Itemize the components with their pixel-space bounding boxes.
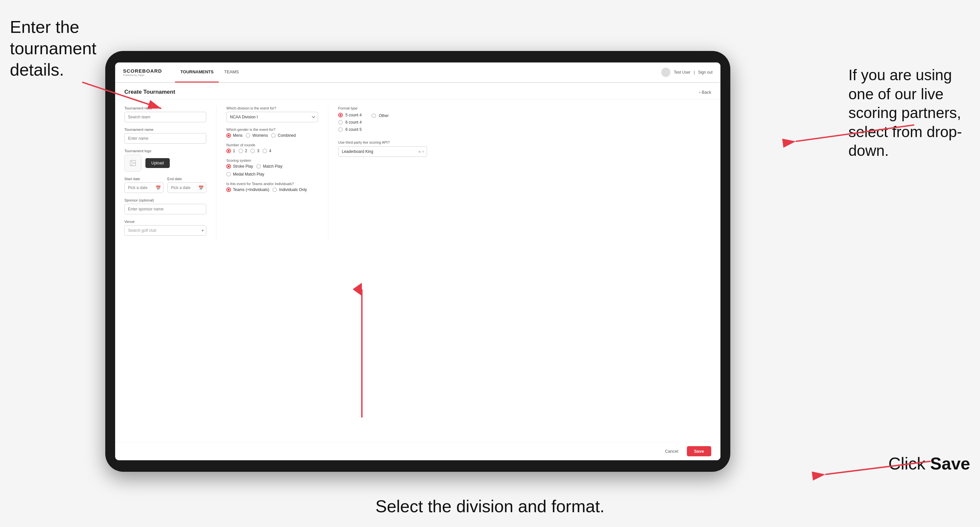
venue-select[interactable]: Search golf club bbox=[124, 225, 206, 236]
radio-6count4 bbox=[338, 120, 343, 125]
radio-r1 bbox=[226, 149, 231, 153]
end-date-group: End date 📅 bbox=[167, 177, 207, 193]
tournament-host-group: Tournament Host bbox=[124, 106, 206, 122]
radio-stroke bbox=[226, 164, 231, 169]
format-5count4[interactable]: 5 count 4 bbox=[338, 113, 361, 117]
live-scoring-label: Use third-party live scoring API? bbox=[338, 140, 427, 144]
gender-combined-label: Combined bbox=[278, 133, 296, 138]
radio-r2 bbox=[239, 149, 243, 153]
tournament-logo-group: Tournament logo Upload bbox=[124, 149, 206, 171]
scoring-match[interactable]: Match Play bbox=[256, 164, 282, 169]
tournament-host-label: Tournament Host bbox=[124, 106, 206, 110]
gender-combined[interactable]: Combined bbox=[271, 133, 296, 138]
start-date-label: Start date bbox=[124, 177, 164, 181]
rounds-3[interactable]: 3 bbox=[250, 149, 259, 153]
image-icon bbox=[129, 159, 137, 167]
sponsor-label: Sponsor (optional) bbox=[124, 198, 206, 202]
chevron-down-icon: ▾ bbox=[202, 228, 204, 233]
venue-group: Venue Search golf club ▾ bbox=[124, 220, 206, 236]
page-header: Create Tournament ‹ Back bbox=[115, 83, 721, 100]
form-col-right: Format type 5 count 4 6 count 4 bbox=[328, 106, 427, 241]
scoring-medal[interactable]: Medal Match Play bbox=[226, 172, 264, 176]
format-6count4[interactable]: 6 count 4 bbox=[338, 120, 361, 125]
rounds-2-label: 2 bbox=[245, 149, 247, 153]
scoring-label: Scoring system bbox=[226, 159, 318, 162]
tournament-name-group: Tournament name bbox=[124, 127, 206, 144]
rounds-1-label: 1 bbox=[233, 149, 235, 153]
division-group: Which division is the event for? NCAA Di… bbox=[226, 106, 318, 122]
team-radio-group: Teams (+Individuals) Individuals Only bbox=[226, 187, 318, 192]
rounds-3-label: 3 bbox=[257, 149, 259, 153]
end-date-wrap: 📅 bbox=[167, 183, 207, 193]
nav-link-teams[interactable]: TEAMS bbox=[219, 62, 244, 83]
live-scoring-wrap: × ÷ bbox=[338, 146, 427, 157]
format-5count4-label: 5 count 4 bbox=[345, 113, 361, 117]
date-row: Start date 📅 End date 📅 bbox=[124, 177, 206, 193]
team-teams-label: Teams (+Individuals) bbox=[233, 187, 269, 192]
scoring-stroke[interactable]: Stroke Play bbox=[226, 164, 253, 169]
live-scoring-input[interactable] bbox=[338, 146, 427, 157]
annotation-enter-details: Enter the tournament details. bbox=[10, 16, 115, 81]
cancel-button[interactable]: Cancel bbox=[660, 446, 682, 456]
format-type-label: Format type bbox=[338, 106, 427, 110]
rounds-4-label: 4 bbox=[269, 149, 271, 153]
back-button[interactable]: ‹ Back bbox=[699, 90, 711, 95]
logo-placeholder bbox=[124, 154, 142, 171]
nav-user: Test User bbox=[674, 70, 690, 75]
rounds-4[interactable]: 4 bbox=[262, 149, 271, 153]
rounds-label: Number of rounds bbox=[226, 143, 318, 147]
nav-signout[interactable]: Sign out bbox=[698, 70, 713, 75]
format-other[interactable]: Other bbox=[371, 113, 388, 118]
rounds-group: Number of rounds 1 2 bbox=[226, 143, 318, 153]
scoring-medal-label: Medal Match Play bbox=[233, 172, 264, 176]
tournament-logo-label: Tournament logo bbox=[124, 149, 206, 153]
rounds-1[interactable]: 1 bbox=[226, 149, 235, 153]
live-scoring-clear-button[interactable]: × ÷ bbox=[418, 149, 424, 154]
scoring-group: Scoring system Stroke Play Match Play bbox=[226, 159, 318, 176]
team-group: Is this event for Teams and/or Individua… bbox=[226, 182, 318, 192]
tournament-name-input[interactable] bbox=[124, 133, 206, 144]
radio-medal bbox=[226, 172, 231, 176]
team-individuals-label: Individuals Only bbox=[279, 187, 307, 192]
radio-5count4 bbox=[338, 113, 343, 117]
division-select[interactable]: NCAA Division I bbox=[226, 112, 318, 122]
nav-links: TOURNAMENTS TEAMS bbox=[175, 62, 661, 83]
team-teams[interactable]: Teams (+Individuals) bbox=[226, 187, 269, 192]
annotation-select-division: Select the division and format. bbox=[375, 496, 605, 517]
tournament-host-input[interactable] bbox=[124, 112, 206, 122]
format-left-col: 5 count 4 6 count 4 6 count 5 bbox=[338, 113, 361, 135]
venue-select-wrap: Search golf club ▾ bbox=[124, 225, 206, 236]
start-date-group: Start date 📅 bbox=[124, 177, 164, 193]
logo-upload-area: Upload bbox=[124, 154, 206, 171]
radio-individuals bbox=[272, 187, 277, 192]
rounds-2[interactable]: 2 bbox=[239, 149, 247, 153]
gender-mens[interactable]: Mens bbox=[226, 133, 242, 138]
annotation-click-save: Click Save bbox=[888, 453, 970, 475]
format-other-label: Other bbox=[379, 113, 388, 118]
sponsor-input[interactable] bbox=[124, 204, 206, 214]
form-body: Tournament Host Tournament name Tourname… bbox=[115, 100, 721, 248]
radio-teams bbox=[226, 187, 231, 192]
rounds-radio-group: 1 2 3 4 bbox=[226, 149, 318, 153]
format-6count5[interactable]: 6 count 5 bbox=[338, 127, 361, 132]
end-date-label: End date bbox=[167, 177, 207, 181]
gender-group: Which gender is the event for? Mens Wome… bbox=[226, 127, 318, 138]
radio-match bbox=[256, 164, 261, 169]
annotation-live-scoring: If you are using one of our live scoring… bbox=[848, 66, 974, 160]
radio-r4 bbox=[262, 149, 267, 153]
tablet-device: SCOREBOARD Powered by Clippi TOURNAMENTS… bbox=[105, 51, 730, 472]
radio-r3 bbox=[250, 149, 255, 153]
calendar-icon-end: 📅 bbox=[198, 186, 204, 190]
gender-womens[interactable]: Womens bbox=[246, 133, 268, 138]
start-date-wrap: 📅 bbox=[124, 183, 164, 193]
save-button[interactable]: Save bbox=[687, 446, 711, 456]
nav-logo-title: SCOREBOARD bbox=[123, 68, 162, 74]
venue-label: Venue bbox=[124, 220, 206, 224]
radio-womens bbox=[246, 133, 250, 138]
nav-link-tournaments[interactable]: TOURNAMENTS bbox=[175, 62, 219, 83]
team-individuals[interactable]: Individuals Only bbox=[272, 187, 307, 192]
gender-womens-label: Womens bbox=[252, 133, 268, 138]
radio-other bbox=[371, 113, 376, 118]
upload-button[interactable]: Upload bbox=[145, 158, 170, 168]
division-label: Which division is the event for? bbox=[226, 106, 318, 110]
